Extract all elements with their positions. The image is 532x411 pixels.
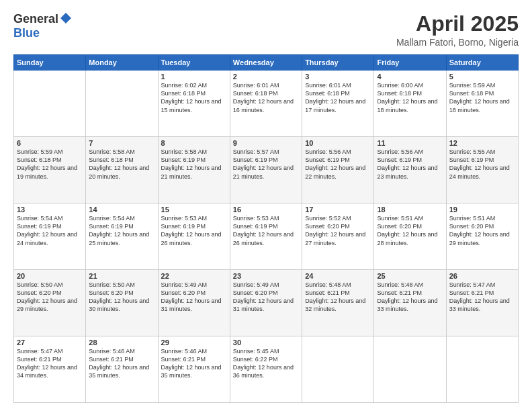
day-info: Sunrise: 6:02 AM Sunset: 6:18 PM Dayligh…	[161, 81, 227, 114]
day-info: Sunrise: 5:46 AM Sunset: 6:21 PM Dayligh…	[89, 347, 154, 380]
logo-flag-icon	[60, 12, 72, 24]
day-number: 15	[161, 205, 227, 214]
calendar-cell: 22Sunrise: 5:49 AM Sunset: 6:20 PM Dayli…	[158, 270, 230, 336]
col-wednesday: Wednesday	[230, 55, 302, 71]
day-number: 11	[377, 139, 443, 147]
day-number: 3	[305, 73, 371, 81]
day-number: 8	[161, 139, 227, 147]
day-number: 29	[161, 338, 227, 347]
calendar-cell: 4Sunrise: 6:00 AM Sunset: 6:18 PM Daylig…	[374, 71, 446, 137]
calendar-cell: 17Sunrise: 5:52 AM Sunset: 6:20 PM Dayli…	[302, 203, 374, 270]
day-info: Sunrise: 5:49 AM Sunset: 6:20 PM Dayligh…	[161, 281, 227, 314]
day-info: Sunrise: 5:58 AM Sunset: 6:18 PM Dayligh…	[89, 148, 154, 181]
calendar-week-row: 20Sunrise: 5:50 AM Sunset: 6:20 PM Dayli…	[14, 270, 519, 336]
calendar-cell: 3Sunrise: 6:01 AM Sunset: 6:18 PM Daylig…	[302, 71, 374, 137]
day-number: 14	[89, 205, 154, 214]
calendar-cell	[302, 336, 374, 403]
calendar-cell: 7Sunrise: 5:58 AM Sunset: 6:18 PM Daylig…	[86, 137, 158, 203]
day-info: Sunrise: 6:00 AM Sunset: 6:18 PM Dayligh…	[377, 81, 443, 114]
day-info: Sunrise: 5:48 AM Sunset: 6:21 PM Dayligh…	[377, 281, 443, 314]
day-number: 24	[305, 272, 371, 280]
day-number: 5	[449, 73, 515, 81]
day-number: 20	[17, 272, 83, 280]
day-number: 13	[17, 205, 83, 214]
day-info: Sunrise: 5:59 AM Sunset: 6:18 PM Dayligh…	[17, 148, 83, 181]
calendar-cell	[374, 336, 446, 403]
calendar-cell: 20Sunrise: 5:50 AM Sunset: 6:20 PM Dayli…	[14, 270, 86, 336]
calendar-cell: 9Sunrise: 5:57 AM Sunset: 6:19 PM Daylig…	[230, 137, 302, 203]
calendar-cell	[14, 71, 86, 137]
day-number: 21	[89, 272, 154, 280]
month-title: April 2025	[396, 12, 519, 36]
col-thursday: Thursday	[302, 55, 374, 71]
day-number: 6	[17, 139, 83, 147]
col-sunday: Sunday	[14, 55, 86, 71]
calendar-week-row: 6Sunrise: 5:59 AM Sunset: 6:18 PM Daylig…	[14, 137, 519, 203]
day-info: Sunrise: 5:54 AM Sunset: 6:19 PM Dayligh…	[89, 214, 154, 247]
calendar-cell: 1Sunrise: 6:02 AM Sunset: 6:18 PM Daylig…	[158, 71, 230, 137]
calendar-cell: 24Sunrise: 5:48 AM Sunset: 6:21 PM Dayli…	[302, 270, 374, 336]
day-number: 17	[305, 205, 371, 214]
day-info: Sunrise: 5:59 AM Sunset: 6:18 PM Dayligh…	[449, 81, 515, 114]
day-number: 4	[377, 73, 443, 81]
day-number: 22	[161, 272, 227, 280]
calendar-cell: 25Sunrise: 5:48 AM Sunset: 6:21 PM Dayli…	[374, 270, 446, 336]
day-info: Sunrise: 6:01 AM Sunset: 6:18 PM Dayligh…	[305, 81, 371, 114]
day-number: 2	[233, 73, 299, 81]
calendar-week-row: 1Sunrise: 6:02 AM Sunset: 6:18 PM Daylig…	[14, 71, 519, 137]
col-friday: Friday	[374, 55, 446, 71]
day-number: 23	[233, 272, 299, 280]
day-number: 18	[377, 205, 443, 214]
day-number: 16	[233, 205, 299, 214]
calendar-table: Sunday Monday Tuesday Wednesday Thursday…	[13, 54, 519, 403]
logo-blue-text: Blue	[13, 26, 40, 40]
calendar-week-row: 13Sunrise: 5:54 AM Sunset: 6:19 PM Dayli…	[14, 203, 519, 270]
day-info: Sunrise: 5:57 AM Sunset: 6:19 PM Dayligh…	[233, 148, 299, 181]
calendar-cell: 11Sunrise: 5:56 AM Sunset: 6:19 PM Dayli…	[374, 137, 446, 203]
day-info: Sunrise: 5:55 AM Sunset: 6:19 PM Dayligh…	[449, 148, 515, 181]
col-monday: Monday	[86, 55, 158, 71]
day-number: 19	[449, 205, 515, 214]
day-number: 26	[449, 272, 515, 280]
title-block: April 2025 Mallam Fatori, Borno, Nigeria	[396, 12, 519, 48]
logo: General Blue	[13, 12, 72, 40]
page: General Blue April 2025 Mallam Fatori, B…	[0, 0, 532, 411]
day-info: Sunrise: 5:58 AM Sunset: 6:19 PM Dayligh…	[161, 148, 227, 181]
calendar-cell: 5Sunrise: 5:59 AM Sunset: 6:18 PM Daylig…	[446, 71, 518, 137]
header: General Blue April 2025 Mallam Fatori, B…	[13, 12, 519, 48]
day-info: Sunrise: 5:49 AM Sunset: 6:20 PM Dayligh…	[233, 281, 299, 314]
day-info: Sunrise: 5:51 AM Sunset: 6:20 PM Dayligh…	[377, 214, 443, 247]
calendar-cell: 28Sunrise: 5:46 AM Sunset: 6:21 PM Dayli…	[86, 336, 158, 403]
calendar-cell: 16Sunrise: 5:53 AM Sunset: 6:19 PM Dayli…	[230, 203, 302, 270]
day-info: Sunrise: 5:56 AM Sunset: 6:19 PM Dayligh…	[305, 148, 371, 181]
calendar-cell: 6Sunrise: 5:59 AM Sunset: 6:18 PM Daylig…	[14, 137, 86, 203]
calendar-cell: 15Sunrise: 5:53 AM Sunset: 6:19 PM Dayli…	[158, 203, 230, 270]
day-info: Sunrise: 5:50 AM Sunset: 6:20 PM Dayligh…	[89, 281, 154, 314]
day-number: 25	[377, 272, 443, 280]
calendar-cell: 2Sunrise: 6:01 AM Sunset: 6:18 PM Daylig…	[230, 71, 302, 137]
day-info: Sunrise: 5:48 AM Sunset: 6:21 PM Dayligh…	[305, 281, 371, 314]
day-info: Sunrise: 5:51 AM Sunset: 6:20 PM Dayligh…	[449, 214, 515, 247]
day-info: Sunrise: 5:54 AM Sunset: 6:19 PM Dayligh…	[17, 214, 83, 247]
day-info: Sunrise: 5:50 AM Sunset: 6:20 PM Dayligh…	[17, 281, 83, 314]
calendar-header-row: Sunday Monday Tuesday Wednesday Thursday…	[14, 55, 519, 71]
calendar-cell: 13Sunrise: 5:54 AM Sunset: 6:19 PM Dayli…	[14, 203, 86, 270]
calendar-cell: 23Sunrise: 5:49 AM Sunset: 6:20 PM Dayli…	[230, 270, 302, 336]
col-saturday: Saturday	[446, 55, 518, 71]
location-title: Mallam Fatori, Borno, Nigeria	[396, 37, 519, 48]
day-info: Sunrise: 5:46 AM Sunset: 6:21 PM Dayligh…	[161, 347, 227, 380]
calendar-cell: 30Sunrise: 5:45 AM Sunset: 6:22 PM Dayli…	[230, 336, 302, 403]
day-info: Sunrise: 5:47 AM Sunset: 6:21 PM Dayligh…	[17, 347, 83, 380]
day-number: 28	[89, 338, 154, 347]
calendar-cell: 14Sunrise: 5:54 AM Sunset: 6:19 PM Dayli…	[86, 203, 158, 270]
calendar-cell: 10Sunrise: 5:56 AM Sunset: 6:19 PM Dayli…	[302, 137, 374, 203]
calendar-cell: 18Sunrise: 5:51 AM Sunset: 6:20 PM Dayli…	[374, 203, 446, 270]
day-number: 9	[233, 139, 299, 147]
calendar-cell: 26Sunrise: 5:47 AM Sunset: 6:21 PM Dayli…	[446, 270, 518, 336]
calendar-cell	[86, 71, 158, 137]
svg-marker-0	[60, 13, 71, 24]
day-info: Sunrise: 6:01 AM Sunset: 6:18 PM Dayligh…	[233, 81, 299, 114]
day-info: Sunrise: 5:52 AM Sunset: 6:20 PM Dayligh…	[305, 214, 371, 247]
day-number: 1	[161, 73, 227, 81]
calendar-cell: 27Sunrise: 5:47 AM Sunset: 6:21 PM Dayli…	[14, 336, 86, 403]
